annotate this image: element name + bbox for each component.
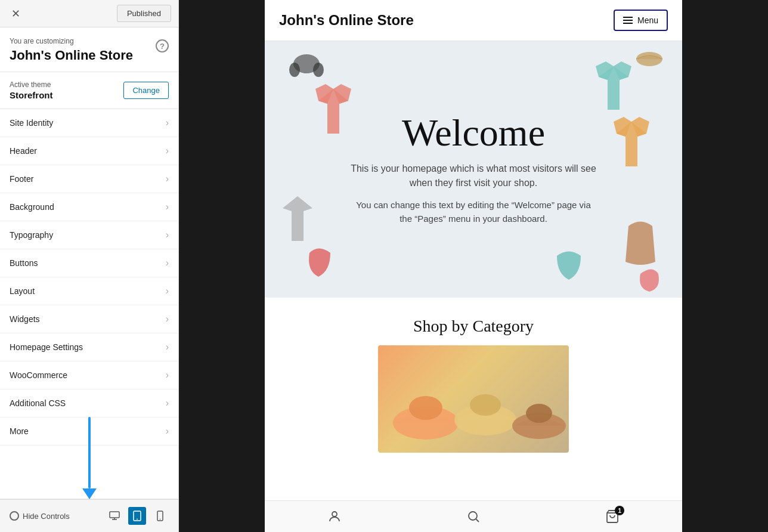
chevron-icon-layout: › (166, 286, 169, 296)
theme-label-area: Active theme Storefront (10, 81, 53, 100)
preview-area: John's Online Store Menu (179, 0, 768, 532)
sidebar-item-layout[interactable]: Layout › (0, 277, 178, 305)
hero-content: Welcome This is your homepage which is w… (306, 114, 640, 225)
cart-badge: 1 (615, 506, 624, 515)
chevron-icon-homepage-settings: › (166, 342, 169, 352)
menu-btn-label: Menu (637, 16, 658, 25)
sidebar-item-label-homepage-settings: Homepage Settings (10, 342, 83, 352)
sidebar-item-additional-css[interactable]: Additional CSS › (0, 389, 178, 417)
you-are-label: You are customizing (10, 37, 133, 45)
store-name-label: John's Online Store (10, 48, 133, 63)
chevron-icon-footer: › (166, 174, 169, 184)
search-icon[interactable] (466, 509, 481, 524)
sidebar-item-label-buttons: Buttons (10, 258, 38, 268)
sidebar-item-woocommerce[interactable]: WooCommerce › (0, 361, 178, 389)
chevron-icon-additional-css: › (166, 398, 169, 409)
desktop-view-button[interactable] (106, 507, 123, 525)
sidebar-item-more[interactable]: More › (0, 417, 178, 446)
svg-rect-0 (110, 512, 119, 518)
mobile-view-button[interactable] (151, 507, 169, 525)
desktop-icon (109, 511, 120, 521)
sidebar-item-buttons[interactable]: Buttons › (0, 249, 178, 277)
sidebar-item-label-header: Header (10, 146, 37, 156)
published-button[interactable]: Published (117, 5, 171, 22)
hamburger-icon (623, 17, 633, 24)
hide-controls-label: Hide Controls (23, 512, 70, 521)
sidebar-item-site-identity[interactable]: Site Identity › (0, 109, 178, 137)
svg-point-18 (409, 396, 442, 420)
sidebar: ✕ Published You are customizing John's O… (0, 0, 179, 532)
active-theme-section: Active theme Storefront Change (0, 72, 178, 109)
sidebar-item-label-layout: Layout (10, 286, 35, 296)
theme-name-value: Storefront (10, 90, 53, 100)
sidebar-item-label-woocommerce: WooCommerce (10, 370, 67, 380)
sidebar-item-label-typography: Typography (10, 230, 53, 240)
sidebar-item-background[interactable]: Background › (0, 193, 178, 221)
hero-edit-note: You can change this text by editing the … (306, 199, 640, 225)
category-art (378, 345, 569, 453)
category-image (378, 345, 569, 453)
category-title: Shop by Category (279, 317, 668, 336)
tablet-view-button[interactable] (128, 507, 146, 525)
svg-point-9 (313, 63, 324, 77)
svg-point-6 (159, 519, 160, 520)
sidebar-item-label-background: Background (10, 202, 54, 212)
sidebar-bottom-bar: Hide Controls (0, 499, 178, 532)
category-section: Shop by Category (265, 298, 682, 462)
hide-controls-button[interactable]: Hide Controls (10, 511, 70, 521)
svg-point-16 (636, 52, 662, 66)
eye-icon (10, 511, 19, 521)
svg-point-20 (470, 394, 501, 416)
sidebar-item-label-footer: Footer (10, 174, 33, 184)
tablet-icon (133, 511, 141, 521)
hero-welcome-text: Welcome (306, 114, 640, 152)
sidebar-item-footer[interactable]: Footer › (0, 165, 178, 193)
view-toggle-group (106, 507, 169, 525)
svg-point-23 (332, 512, 337, 516)
svg-point-7 (293, 54, 320, 73)
sidebar-item-homepage-settings[interactable]: Homepage Settings › (0, 333, 178, 361)
change-theme-button[interactable]: Change (123, 82, 169, 99)
store-header: John's Online Store Menu (265, 0, 682, 41)
active-theme-label: Active theme (10, 81, 53, 89)
sidebar-item-widgets[interactable]: Widgets › (0, 305, 178, 333)
svg-point-8 (289, 63, 300, 77)
sidebar-item-label-widgets: Widgets (10, 314, 40, 324)
chevron-icon-buttons: › (166, 258, 169, 268)
sidebar-item-typography[interactable]: Typography › (0, 221, 178, 249)
hero-desc-1: This is your homepage which is what most… (306, 162, 640, 190)
customizing-text-area: You are customizing John's Online Store (10, 37, 133, 63)
chevron-icon-header: › (166, 146, 169, 156)
sidebar-item-header[interactable]: Header › (0, 137, 178, 165)
chevron-icon-more: › (166, 426, 169, 437)
store-title: John's Online Store (279, 12, 414, 29)
chevron-icon-woocommerce: › (166, 370, 169, 381)
customizing-info: You are customizing John's Online Store … (0, 27, 178, 72)
sidebar-item-label-site-identity: Site Identity (10, 118, 53, 128)
hero-section: Welcome This is your homepage which is w… (265, 41, 682, 298)
help-icon[interactable]: ? (156, 39, 169, 52)
chevron-icon-background: › (166, 202, 169, 212)
chevron-icon-widgets: › (166, 314, 169, 324)
mobile-icon (157, 511, 163, 521)
chevron-icon-site-identity: › (166, 117, 169, 128)
svg-point-4 (137, 519, 138, 520)
chevron-icon-typography: › (166, 230, 169, 240)
menu-items-list: Site Identity › Header › Footer › Backgr… (0, 109, 178, 499)
svg-point-24 (469, 512, 477, 520)
close-button[interactable]: ✕ (7, 5, 24, 22)
svg-line-25 (476, 519, 479, 522)
sidebar-topbar: ✕ Published (0, 0, 178, 27)
svg-point-22 (526, 404, 552, 423)
sidebar-item-label-more: More (10, 426, 29, 436)
sidebar-item-label-additional-css: Additional CSS (10, 398, 66, 408)
menu-button[interactable]: Menu (614, 10, 668, 31)
cart-icon[interactable]: 1 (605, 509, 620, 524)
user-icon[interactable] (327, 509, 342, 524)
store-bottom-bar: 1 (265, 500, 682, 532)
preview-frame: John's Online Store Menu (265, 0, 682, 532)
